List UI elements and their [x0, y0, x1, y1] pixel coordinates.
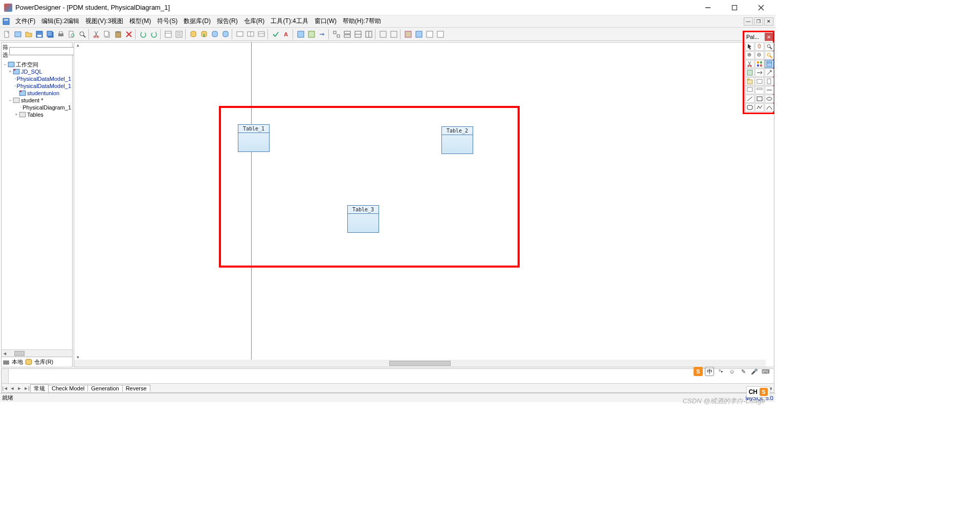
tab-repository[interactable]: 仓库(R)	[34, 358, 53, 366]
tool-db4[interactable]	[220, 29, 231, 39]
tool-check[interactable]	[271, 29, 281, 39]
tool-delete[interactable]	[124, 29, 134, 39]
ime-pen-icon[interactable]: ✎	[739, 367, 748, 376]
pal-note[interactable]	[745, 86, 754, 94]
tool-h2[interactable]	[389, 29, 399, 39]
pal-pkg[interactable]	[745, 77, 754, 85]
out-first[interactable]: |◄	[2, 386, 9, 391]
tool-win1[interactable]	[235, 29, 245, 39]
menu-repository[interactable]: 仓库(R)	[241, 16, 268, 27]
pal-grid[interactable]	[755, 60, 764, 68]
tool-model[interactable]	[13, 29, 23, 39]
browser-hscroll[interactable]: ◄	[2, 349, 72, 357]
pal-table[interactable]	[765, 60, 774, 68]
pal-zoom[interactable]	[765, 42, 774, 51]
browser-tree[interactable]: − 工作空间 +JD_SQLPhysicalDataModel_1Physica…	[2, 60, 72, 349]
tool-undo[interactable]	[138, 29, 148, 39]
tool-props[interactable]	[163, 29, 173, 39]
pal-pointer[interactable]	[745, 42, 754, 51]
tree-node[interactable]: −student *	[3, 97, 71, 104]
menu-file[interactable]: 文件(F)	[12, 16, 38, 27]
maximize-button[interactable]	[726, 2, 743, 14]
tool-i2[interactable]	[414, 29, 424, 39]
system-menu-icon[interactable]	[2, 17, 10, 26]
pal-proc[interactable]	[755, 77, 764, 85]
tool-new[interactable]	[2, 29, 12, 39]
out-tab-general[interactable]: 常规	[30, 384, 49, 392]
tree-node[interactable]: +JD_SQL	[3, 68, 71, 75]
menu-symbol[interactable]: 符号(S)	[154, 16, 181, 27]
canvas-hscroll[interactable]	[74, 360, 766, 367]
tool-print[interactable]	[56, 29, 66, 39]
tool-find[interactable]	[77, 29, 87, 39]
tree-node[interactable]: PhysicalDiagram_1	[3, 104, 71, 111]
pal-title[interactable]	[755, 86, 764, 94]
pal-cut[interactable]	[745, 60, 754, 68]
tree-node[interactable]: PhysicalDataModel_1	[3, 82, 71, 90]
tool-win2[interactable]	[246, 29, 256, 39]
tool-i1[interactable]	[403, 29, 413, 39]
tool-db2[interactable]	[199, 29, 209, 39]
tool-paste[interactable]	[113, 29, 123, 39]
menu-window[interactable]: 窗口(W)	[311, 16, 340, 27]
tool-g2[interactable]	[342, 29, 352, 39]
tool-saveall[interactable]	[45, 29, 55, 39]
out-prev[interactable]: ◄	[9, 386, 16, 391]
ime-keyboard-icon[interactable]: ⌨	[761, 367, 770, 376]
palette-window[interactable]: Pal... ✕	[743, 31, 774, 114]
pal-line[interactable]	[745, 95, 754, 103]
menu-help[interactable]: 帮助(H):7帮助	[340, 16, 384, 27]
sogou-icon-small[interactable]: S	[760, 388, 768, 396]
ime-smile-icon[interactable]: ☺	[727, 367, 737, 376]
ime-dots-icon[interactable]: °•	[716, 367, 725, 376]
tool-h1[interactable]	[378, 29, 388, 39]
pal-zoomfit[interactable]	[765, 51, 774, 59]
palette-close-button[interactable]: ✕	[765, 33, 773, 41]
tree-root[interactable]: − 工作空间	[3, 61, 71, 68]
close-button[interactable]	[753, 2, 769, 14]
tool-text[interactable]: A	[281, 29, 292, 39]
tab-local[interactable]: 本地	[12, 358, 23, 366]
menu-database[interactable]: 数据库(D)	[181, 16, 214, 27]
pal-ref[interactable]	[755, 69, 764, 77]
tool-db1[interactable]	[188, 29, 198, 39]
tool-save[interactable]	[34, 29, 44, 39]
tool-g1[interactable]	[331, 29, 342, 39]
out-next[interactable]: ►	[16, 386, 23, 391]
menu-view[interactable]: 视图(V):3视图	[82, 16, 126, 27]
ime-ch[interactable]: CH	[749, 388, 758, 396]
minimize-button[interactable]	[700, 2, 716, 14]
table-entity[interactable]: Table_1	[238, 124, 270, 152]
tool-g4[interactable]	[364, 29, 374, 39]
tool-diag2[interactable]	[306, 29, 317, 39]
mdi-restore[interactable]: ❐	[754, 17, 763, 26]
out-tab-reverse[interactable]: Reverse	[122, 385, 150, 391]
mdi-minimize[interactable]: —	[744, 17, 753, 26]
ime-zhong-icon[interactable]: 中	[705, 367, 714, 376]
ime-mic-icon[interactable]: 🎤	[750, 367, 759, 376]
menu-model[interactable]: 模型(M)	[126, 16, 154, 27]
tool-win3[interactable]	[256, 29, 266, 39]
pal-ellipse[interactable]	[765, 95, 774, 103]
pal-file[interactable]	[765, 77, 774, 85]
tool-redo[interactable]	[149, 29, 159, 39]
pal-zoomin[interactable]	[745, 51, 754, 59]
pal-text[interactable]	[765, 86, 774, 94]
table-entity[interactable]: Table_3	[347, 205, 379, 233]
tool-diag3[interactable]	[317, 29, 327, 39]
tree-node[interactable]: +Tables	[3, 111, 71, 118]
pal-hand[interactable]	[755, 42, 764, 51]
filter-input[interactable]	[9, 47, 83, 55]
diagram-canvas[interactable]: ▴▾ Table_1Table_2Table_3	[74, 42, 774, 367]
tool-open[interactable]	[24, 29, 34, 39]
tool-i3[interactable]	[425, 29, 435, 39]
menu-tools[interactable]: 工具(T):4工具	[268, 16, 311, 27]
tool-i4[interactable]	[435, 29, 446, 39]
out-tab-check[interactable]: Check Model	[48, 385, 88, 391]
tree-node[interactable]: PhysicalDataModel_1	[3, 75, 71, 82]
tool-g3[interactable]	[353, 29, 363, 39]
tool-diag1[interactable]	[296, 29, 306, 39]
pal-zoomout[interactable]	[755, 51, 764, 59]
table-entity[interactable]: Table_2	[441, 126, 473, 154]
output-body[interactable]	[9, 369, 774, 383]
